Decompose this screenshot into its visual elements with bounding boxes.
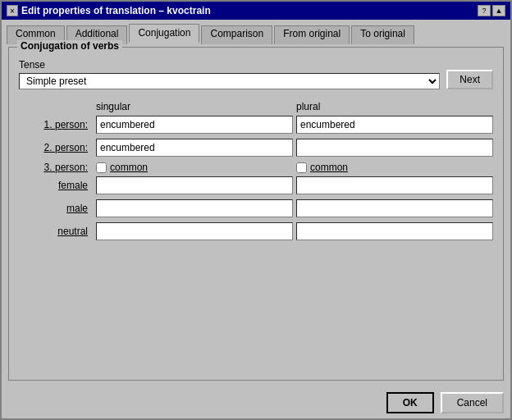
tab-comparison[interactable]: Comparison <box>201 25 272 44</box>
neutral-singular-input[interactable] <box>96 222 293 240</box>
person1-row: 1. person: <box>19 116 493 134</box>
female-row: female <box>19 176 493 194</box>
main-window: × Edit properties of translation – kvoct… <box>0 0 512 420</box>
tab-from-original[interactable]: From original <box>274 25 350 44</box>
male-plural-input[interactable] <box>296 199 493 217</box>
tense-label: Tense <box>19 59 440 71</box>
person3-singular-checkbox[interactable] <box>96 162 107 173</box>
cancel-button[interactable]: Cancel <box>441 392 504 413</box>
tab-conjugation[interactable]: Conjugation <box>129 24 199 43</box>
conjugation-group: Conjugation of verbs Tense Simple preset… <box>8 47 504 381</box>
male-singular-input[interactable] <box>96 199 293 217</box>
person1-label: 1. person: <box>19 119 93 130</box>
male-row: male <box>19 199 493 217</box>
help-button[interactable]: ? <box>478 5 491 16</box>
person3-singular-common-label: common <box>110 162 148 173</box>
close-button[interactable]: × <box>7 5 18 16</box>
tense-wrap: Tense Simple preset Present Past Future <box>19 59 440 89</box>
person2-label: 2. person: <box>19 142 93 153</box>
tense-select[interactable]: Simple preset Present Past Future <box>19 73 440 89</box>
next-button[interactable]: Next <box>446 70 493 89</box>
table-header: singular plural <box>19 101 493 112</box>
main-content: Conjugation of verbs Tense Simple preset… <box>2 42 510 387</box>
person3-row: 3. person: common common <box>19 162 493 173</box>
maximize-button[interactable]: ▲ <box>492 5 505 16</box>
person3-plural-common-label: common <box>310 162 348 173</box>
neutral-label: neutral <box>19 226 93 237</box>
window-title: Edit properties of translation – kvoctra… <box>21 5 211 16</box>
group-box-title: Conjugation of verbs <box>17 40 122 52</box>
female-label: female <box>19 180 93 191</box>
person3-plural-common: common <box>296 162 493 173</box>
female-singular-input[interactable] <box>96 176 293 194</box>
person2-plural-input[interactable] <box>296 139 493 157</box>
neutral-row: neutral <box>19 222 493 240</box>
title-bar-controls: ? ▲ <box>478 5 505 16</box>
person3-singular-common: common <box>96 162 293 173</box>
ok-button[interactable]: OK <box>386 392 434 413</box>
tab-to-original[interactable]: To original <box>351 25 414 44</box>
male-label: male <box>19 203 93 214</box>
singular-header: singular <box>93 101 293 112</box>
person3-plural-checkbox[interactable] <box>296 162 307 173</box>
person3-label: 3. person: <box>19 162 93 173</box>
person1-singular-input[interactable] <box>96 116 293 134</box>
title-bar-left: × Edit properties of translation – kvoct… <box>7 5 211 16</box>
tense-section: Tense Simple preset Present Past Future … <box>19 59 493 89</box>
person1-plural-input[interactable] <box>296 116 493 134</box>
person2-row: 2. person: <box>19 139 493 157</box>
female-plural-input[interactable] <box>296 176 493 194</box>
person2-singular-input[interactable] <box>96 139 293 157</box>
bottom-bar: OK Cancel <box>2 387 510 418</box>
tab-bar: Common Additional Conjugation Comparison… <box>2 20 510 42</box>
plural-header: plural <box>293 101 493 112</box>
neutral-plural-input[interactable] <box>296 222 493 240</box>
title-bar: × Edit properties of translation – kvoct… <box>2 2 510 20</box>
